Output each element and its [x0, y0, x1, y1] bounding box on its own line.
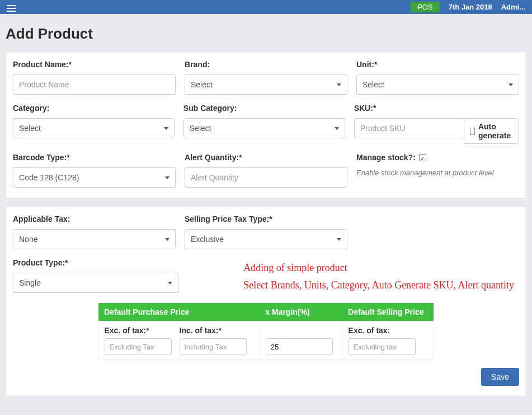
price-table-wrap: Default Purchase Price x Margin(%) Defau…: [13, 303, 519, 360]
page-title: Add Product: [6, 25, 526, 43]
auto-generate-label: Auto generate: [478, 122, 513, 140]
barcode-group: Barcode Type:* Code 128 (C128): [13, 153, 176, 188]
chevron-down-icon: [509, 83, 513, 86]
spacer-col: [356, 215, 519, 249]
applicable-tax-group: Applicable Tax: None: [13, 215, 176, 249]
product-type-value: Single: [19, 278, 41, 287]
subcategory-select[interactable]: Select: [183, 118, 345, 138]
selling-tax-group: Selling Price Tax Type:* Exclusive: [185, 215, 347, 249]
chevron-down-icon: [165, 176, 170, 179]
product-type-group: Product Type:* Single: [13, 258, 178, 293]
category-select[interactable]: Select: [13, 118, 175, 138]
alert-qty-label: Alert Quantity:*: [185, 153, 347, 162]
sell-exc-input[interactable]: [349, 338, 416, 355]
header-admin[interactable]: Admi...: [501, 3, 525, 11]
sell-exc-label: Exc. of tax:: [349, 326, 428, 335]
inc-tax-input[interactable]: [180, 338, 247, 355]
top-left: [7, 3, 16, 11]
chevron-down-icon: [168, 282, 172, 285]
selling-tax-value: Exclusive: [191, 235, 224, 244]
manage-stock-group: Manage stock?: Enable stock management a…: [356, 153, 519, 188]
subcategory-value: Select: [190, 124, 211, 133]
hamburger-icon[interactable]: [7, 3, 16, 11]
selling-tax-select[interactable]: Exclusive: [185, 229, 347, 249]
pos-button[interactable]: POS: [411, 2, 439, 12]
pricing-panel: Applicable Tax: None Selling Price Tax T…: [6, 206, 526, 397]
barcode-select[interactable]: Code 128 (C128): [13, 167, 176, 188]
chevron-down-icon: [164, 127, 168, 130]
chevron-down-icon: [335, 127, 339, 130]
brand-group: Brand: Select: [185, 60, 347, 95]
brand-label: Brand:: [185, 60, 347, 69]
manage-stock-checkbox[interactable]: [419, 154, 426, 161]
margin-spacer: [266, 326, 337, 335]
auto-generate-toggle[interactable]: Auto generate: [464, 118, 519, 144]
applicable-tax-select[interactable]: None: [13, 229, 176, 249]
top-right: POS 7th Jan 2018 Admi...: [411, 2, 525, 12]
alert-qty-input[interactable]: [185, 167, 347, 188]
annotation-block: Adding of simple product Select Brands, …: [187, 258, 519, 293]
th-dpp: Default Purchase Price: [98, 303, 260, 321]
save-button[interactable]: Save: [481, 368, 519, 386]
inc-label: Inc. of tax:*: [180, 326, 247, 335]
chevron-down-icon: [337, 238, 341, 241]
brand-select[interactable]: Select: [185, 74, 347, 95]
product-name-group: Product Name:*: [13, 60, 176, 95]
category-group: Category: Select: [13, 104, 175, 144]
subcategory-label: Sub Category:: [183, 104, 345, 113]
top-bar: POS 7th Jan 2018 Admi...: [0, 0, 532, 14]
barcode-label: Barcode Type:*: [13, 153, 176, 162]
unit-value: Select: [362, 80, 384, 89]
sku-label: SKU:*: [354, 104, 519, 113]
product-type-select[interactable]: Single: [13, 273, 178, 293]
page: Add Product Product Name:* Brand: Select…: [0, 14, 532, 411]
chevron-down-icon: [337, 83, 341, 86]
product-name-input[interactable]: [13, 74, 176, 95]
product-name-label: Product Name:*: [13, 60, 176, 69]
subcategory-group: Sub Category: Select: [183, 104, 345, 144]
sku-group: SKU:* Auto generate: [354, 104, 519, 144]
th-margin: x Margin(%): [260, 303, 342, 321]
annotation-line2: Select Brands, Units, Category, Auto Gen…: [243, 278, 519, 293]
selling-tax-label: Selling Price Tax Type:*: [185, 215, 347, 223]
product-panel: Product Name:* Brand: Select Unit:* Sele…: [6, 52, 526, 198]
annotation-line1: Adding of simple product: [243, 260, 519, 276]
category-label: Category:: [13, 104, 175, 113]
unit-select[interactable]: Select: [356, 74, 519, 95]
category-value: Select: [19, 124, 41, 133]
margin-input[interactable]: [266, 338, 333, 355]
chevron-down-icon: [165, 238, 170, 241]
product-type-label: Product Type:*: [13, 258, 178, 267]
manage-stock-row[interactable]: Manage stock?:: [356, 153, 519, 162]
exc-label: Exc. of tax:*: [105, 326, 172, 335]
applicable-tax-value: None: [19, 235, 37, 244]
price-table: Default Purchase Price x Margin(%) Defau…: [98, 303, 434, 360]
manage-stock-help: Enable stock management at product level: [356, 169, 519, 177]
alert-qty-group: Alert Quantity:*: [185, 153, 347, 188]
sku-input[interactable]: [354, 118, 464, 138]
checkbox-icon: [470, 128, 475, 135]
manage-stock-label: Manage stock?:: [356, 153, 416, 162]
header-date: 7th Jan 2018: [449, 3, 492, 11]
exc-tax-input[interactable]: [105, 338, 172, 355]
th-dsp: Default Selling Price: [342, 303, 434, 321]
unit-group: Unit:* Select: [356, 60, 519, 95]
table-row: Exc. of tax:* Inc. of tax:*: [98, 321, 434, 360]
brand-value: Select: [191, 80, 213, 89]
unit-label: Unit:*: [356, 60, 519, 69]
barcode-value: Code 128 (C128): [19, 173, 79, 182]
applicable-tax-label: Applicable Tax:: [13, 215, 176, 223]
